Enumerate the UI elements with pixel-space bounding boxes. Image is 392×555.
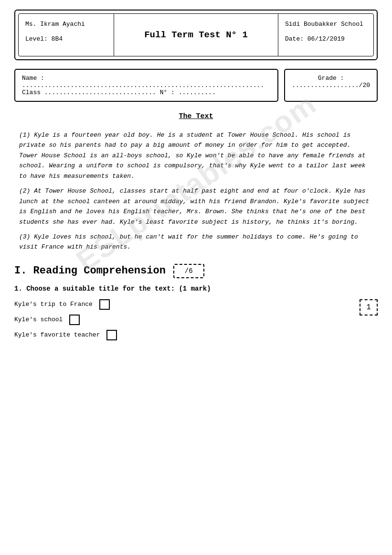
choice-checkbox-2[interactable] [69, 315, 80, 325]
name-box: Name : .................................… [14, 69, 278, 102]
number-label: N° : .......... [160, 89, 216, 96]
header-right: Sidi Boubakker School Date: 06/12/2019 [278, 14, 373, 56]
question-score-box-right: 1 [360, 299, 378, 316]
choice-label-2: Kyle's school [14, 316, 63, 323]
choice-label-3: Kyle's favorite teacher [14, 331, 100, 338]
grade-label: Grade : ................../20 [292, 75, 370, 89]
header-inner-border: Ms. Ikram Ayachi Level: 8B4 Full Term Te… [18, 13, 374, 56]
choices-section: Kyle's trip to France Kyle's school Kyle… [14, 299, 378, 340]
rc-score-box: /6 [173, 264, 204, 278]
class-label: Class .............................. [22, 89, 156, 96]
paragraph-1: (1) Kyle is a fourteen year old boy. He … [14, 130, 378, 181]
grade-box: Grade : ................../20 [284, 69, 378, 102]
level: Level: 8B4 [25, 33, 107, 44]
paragraph-3: (3) Kyle loves his school, but he can't … [14, 232, 378, 252]
choice-checkbox-3[interactable] [106, 330, 117, 340]
rc-header: I. Reading Comprehension /6 [14, 264, 378, 278]
rc-title: I. Reading Comprehension [14, 265, 166, 277]
choice-label-1: Kyle's trip to France [14, 301, 93, 308]
question-score-value: 1 [366, 303, 371, 312]
test-title: Full Term Test N° 1 [144, 30, 248, 40]
rc-score: /6 [185, 267, 193, 275]
choice-item-2: Kyle's school [14, 315, 378, 325]
reading-comprehension-section: I. Reading Comprehension /6 1. Choose a … [14, 264, 378, 340]
text-section: ESLprintables.com The Text (1) Kyle is a… [14, 112, 378, 252]
header-outer-border: Ms. Ikram Ayachi Level: 8B4 Full Term Te… [14, 10, 378, 60]
text-section-title: The Text [14, 112, 378, 120]
choice-item-3: Kyle's favorite teacher [14, 330, 378, 340]
question-1-label: 1. Choose a suitable title for the text:… [14, 285, 378, 293]
choice-item-1: Kyle's trip to France [14, 299, 378, 310]
header-center: Full Term Test N° 1 [114, 14, 278, 56]
name-grade-row: Name : .................................… [14, 69, 378, 102]
teacher-name: Ms. Ikram Ayachi [25, 19, 107, 30]
paragraph-2: (2) At Tower House School, classes start… [14, 186, 378, 227]
name-label: Name : .................................… [22, 75, 264, 89]
school-name: Sidi Boubakker School [285, 19, 367, 30]
header-left: Ms. Ikram Ayachi Level: 8B4 [19, 14, 114, 56]
choice-checkbox-1[interactable] [99, 299, 110, 310]
test-date: Date: 06/12/2019 [285, 33, 367, 44]
